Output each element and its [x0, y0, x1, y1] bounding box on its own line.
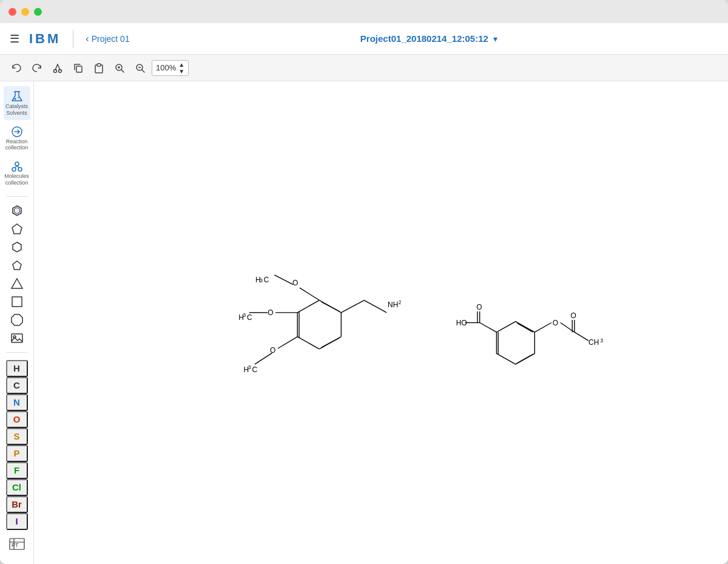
svg-line-43	[322, 302, 340, 311]
svg-text:CH: CH	[588, 338, 599, 347]
svg-rect-6	[97, 64, 101, 66]
project-name: Project01_20180214_12:05:12	[360, 33, 488, 44]
reaction-collection-label: Reaction collection	[5, 138, 29, 152]
back-arrow-icon: ‹	[86, 33, 89, 44]
back-button[interactable]: ‹ Project 01	[86, 33, 129, 44]
traffic-lights	[8, 8, 42, 16]
svg-line-22	[17, 166, 19, 168]
flask-icon	[10, 90, 24, 103]
svg-text:HO: HO	[456, 319, 467, 327]
paste-button[interactable]	[90, 59, 108, 77]
svg-rect-4	[76, 66, 82, 72]
pentagon-small-button[interactable]	[6, 256, 28, 274]
svg-text:C: C	[264, 276, 269, 284]
molecule-canvas: NH 2 O H 3 C O H 3	[34, 81, 728, 564]
main-area: Catalysts Solvents Reaction collection	[0, 81, 728, 564]
nav-center: Project01_20180214_12:05:12 ▾	[140, 33, 718, 44]
left-sidebar: Catalysts Solvents Reaction collection	[0, 81, 34, 564]
atom-N-button[interactable]: N	[6, 394, 28, 411]
atom-O-button[interactable]: O	[6, 411, 28, 428]
svg-line-52	[274, 275, 293, 285]
atom-C-button[interactable]: C	[6, 377, 28, 394]
periodic-table-button[interactable]: PT	[6, 535, 28, 553]
app-body: ☰ IBM ‹ Project 01 Project01_20180214_12…	[0, 23, 728, 564]
app-window: ☰ IBM ‹ Project 01 Project01_20180214_12…	[0, 0, 728, 564]
redo-button[interactable]	[28, 59, 46, 77]
ibm-logo: IBM	[29, 31, 61, 47]
zoom-arrows: ▲▼	[178, 61, 184, 75]
svg-text:O: O	[553, 319, 558, 327]
atom-I-button[interactable]: I	[6, 513, 28, 530]
image-button[interactable]	[6, 329, 28, 347]
svg-text:O: O	[292, 279, 298, 287]
hexagon-button[interactable]	[6, 238, 28, 256]
svg-marker-28	[12, 279, 22, 288]
atom-F-button[interactable]: F	[6, 462, 28, 479]
svg-point-20	[18, 168, 22, 171]
atom-Cl-button[interactable]: Cl	[6, 479, 28, 496]
svg-text:O: O	[476, 303, 482, 311]
svg-line-3	[58, 64, 60, 70]
sidebar-item-reaction-collection[interactable]: Reaction collection	[4, 121, 30, 155]
ibm-logo-text: IBM	[29, 31, 61, 47]
atom-section: H C N O S P F Cl Br I	[6, 358, 28, 532]
sidebar-item-catalysts-solvents[interactable]: Catalysts Solvents	[4, 86, 30, 120]
svg-text:3: 3	[260, 277, 263, 284]
copy-button[interactable]	[69, 59, 87, 77]
pentagon-button[interactable]	[6, 220, 28, 238]
svg-point-16	[18, 97, 19, 98]
svg-text:O: O	[268, 308, 273, 317]
square-button[interactable]	[6, 293, 28, 311]
svg-text:O: O	[570, 311, 576, 320]
svg-text:3: 3	[600, 338, 603, 344]
zoom-control[interactable]: 100% ▲▼	[152, 60, 189, 76]
zoom-value: 100%	[156, 63, 176, 72]
reaction-icon	[10, 125, 24, 138]
molecule-1: NH 2 O H 3 C O H 3	[238, 275, 401, 374]
cut-button[interactable]	[49, 59, 67, 77]
benzene-ring-button[interactable]	[6, 202, 28, 220]
zoom-in-button[interactable]	[110, 59, 129, 77]
project-dropdown-button[interactable]: ▾	[493, 34, 497, 44]
svg-marker-30	[12, 314, 22, 325]
svg-point-18	[15, 162, 19, 166]
molecules-collection-label: Molecules collection	[4, 173, 29, 186]
svg-text:NH: NH	[388, 301, 398, 309]
svg-line-50	[300, 288, 319, 300]
triangle-button[interactable]	[6, 274, 28, 293]
svg-marker-27	[13, 261, 21, 270]
sidebar-divider-2	[6, 352, 28, 353]
maximize-button[interactable]	[34, 8, 42, 16]
sidebar-item-molecules-collection[interactable]: Molecules collection	[4, 156, 30, 190]
catalysts-solvents-label: Catalysts Solvents	[5, 103, 28, 117]
minimize-button[interactable]	[21, 8, 29, 16]
svg-rect-31	[12, 334, 22, 342]
molecules-icon	[10, 160, 24, 173]
zoom-out-button[interactable]	[131, 59, 149, 77]
atom-Br-button[interactable]: Br	[6, 496, 28, 513]
sidebar-divider-1	[6, 196, 28, 197]
toolbar: 100% ▲▼	[0, 55, 728, 81]
svg-text:C: C	[247, 313, 252, 322]
octagon-button[interactable]	[6, 311, 28, 329]
canvas-area[interactable]: NH 2 O H 3 C O H 3	[34, 81, 728, 564]
undo-button[interactable]	[7, 59, 25, 77]
svg-marker-26	[13, 242, 21, 252]
svg-line-42	[297, 301, 319, 313]
svg-point-19	[12, 168, 16, 171]
svg-line-12	[142, 69, 145, 72]
hamburger-menu-button[interactable]: ☰	[10, 32, 19, 46]
svg-marker-25	[12, 224, 22, 234]
svg-line-2	[55, 64, 58, 70]
svg-rect-29	[12, 297, 22, 307]
svg-rect-92	[465, 278, 645, 390]
close-button[interactable]	[8, 8, 16, 16]
svg-point-15	[14, 98, 16, 100]
svg-line-40	[297, 337, 319, 349]
svg-text:3: 3	[248, 364, 251, 370]
molecule-2-clean: O HO O O	[456, 278, 645, 390]
atom-P-button[interactable]: P	[6, 445, 28, 462]
atom-S-button[interactable]: S	[6, 428, 28, 445]
atom-H-button[interactable]: H	[6, 360, 28, 377]
svg-line-44	[322, 338, 340, 347]
